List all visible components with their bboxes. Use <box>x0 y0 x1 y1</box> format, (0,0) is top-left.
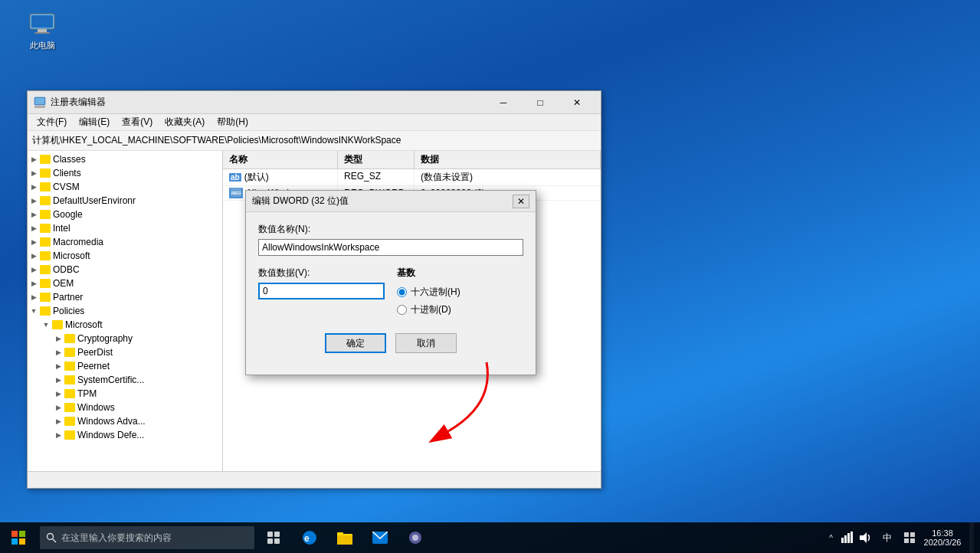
start-button[interactable] <box>0 522 37 553</box>
network-tray-icon[interactable] <box>839 530 854 545</box>
tree-panel[interactable]: ▶ Classes ▶ Clients ▶ CVSM <box>28 151 223 471</box>
tree-item-default-user[interactable]: ▶ DefaultUserEnvironr <box>28 194 222 208</box>
expand-cvsm[interactable]: ▶ <box>28 181 40 193</box>
expand-windows-defe[interactable]: ▶ <box>52 429 64 441</box>
regedit-window-icon <box>34 97 46 109</box>
tree-item-cvsm[interactable]: ▶ CVSM <box>28 180 222 194</box>
window-controls: ─ □ ✕ <box>486 95 595 110</box>
tree-item-tpm[interactable]: ▶ TPM <box>28 387 222 401</box>
tree-item-clients[interactable]: ▶ Clients <box>28 166 222 180</box>
expand-clients[interactable]: ▶ <box>28 167 40 179</box>
tree-item-windows-defe[interactable]: ▶ Windows Defe... <box>28 428 222 442</box>
expand-default-user[interactable]: ▶ <box>28 195 40 207</box>
svg-rect-29 <box>841 538 844 543</box>
tree-item-policies[interactable]: ▼ Policies <box>28 304 222 318</box>
svg-rect-7 <box>37 105 43 106</box>
sound-icon <box>859 532 871 544</box>
tree-label-classes: Classes <box>53 154 86 165</box>
ok-button[interactable]: 确定 <box>325 333 386 353</box>
folder-icon-microsoft-top <box>40 251 51 260</box>
language-tray-icon[interactable]: 中 <box>876 530 899 545</box>
close-button[interactable]: ✕ <box>559 95 595 110</box>
tree-item-google[interactable]: ▶ Google <box>28 208 222 221</box>
svg-rect-2 <box>38 29 47 32</box>
tree-label-cvsm: CVSM <box>53 182 80 192</box>
tree-label-microsoft-top: Microsoft <box>53 250 90 261</box>
folder-icon-intel <box>40 224 51 233</box>
expand-policies[interactable]: ▼ <box>28 305 40 317</box>
expand-microsoft-top[interactable]: ▶ <box>28 250 40 262</box>
clock-button[interactable]: 16:38 2020/3/26 <box>920 522 965 553</box>
minimize-button[interactable]: ─ <box>486 95 521 110</box>
expand-tpm[interactable]: ▶ <box>52 388 64 400</box>
expand-macromedia[interactable]: ▶ <box>28 236 40 248</box>
mail-button[interactable] <box>363 522 397 553</box>
expand-oem[interactable]: ▶ <box>28 277 40 290</box>
taskview-button[interactable] <box>257 522 291 553</box>
notification-tray-icon[interactable] <box>902 530 917 545</box>
tree-label-partner: Partner <box>53 292 83 303</box>
expand-policies-microsoft[interactable]: ▼ <box>40 319 52 331</box>
tree-item-intel[interactable]: ▶ Intel <box>28 221 222 235</box>
radio-hex-row: 十六进制(H) <box>397 286 523 299</box>
cancel-button[interactable]: 取消 <box>395 333 457 353</box>
menu-favorites[interactable]: 收藏夹(A) <box>159 114 211 130</box>
expand-cryptography[interactable]: ▶ <box>52 332 64 345</box>
expand-peernet[interactable]: ▶ <box>52 360 64 372</box>
tree-label-peernet: Peernet <box>77 361 110 371</box>
tree-item-windows-adva[interactable]: ▶ Windows Adva... <box>28 414 222 428</box>
tree-item-classes[interactable]: ▶ Classes <box>28 152 222 166</box>
tree-item-macromedia[interactable]: ▶ Macromedia <box>28 235 222 249</box>
addressbar: 计算机\HKEY_LOCAL_MACHINE\SOFTWARE\Policies… <box>28 131 601 151</box>
sound-tray-icon[interactable] <box>857 530 873 545</box>
radio-hex-label[interactable]: 十六进制(H) <box>411 286 461 299</box>
menu-edit[interactable]: 编辑(E) <box>73 114 116 130</box>
edge-button[interactable]: e <box>293 522 326 553</box>
expand-intel[interactable]: ▶ <box>28 222 40 234</box>
expand-windows[interactable]: ▶ <box>52 401 64 414</box>
tray-show-hidden-icon[interactable]: ^ <box>826 534 836 542</box>
dialog-close-button[interactable]: ✕ <box>513 195 529 208</box>
dialog-body: 数值名称(N): 数值数据(V): 基数 十六进制(H) <box>246 212 536 375</box>
show-desktop-button[interactable] <box>969 522 974 553</box>
maximize-button[interactable]: □ <box>523 95 558 110</box>
tree-item-peernet[interactable]: ▶ Peernet <box>28 359 222 373</box>
menu-help[interactable]: 帮助(H) <box>211 114 254 130</box>
svg-rect-37 <box>910 538 915 543</box>
value-input[interactable] <box>258 283 385 299</box>
tree-item-peerdist[interactable]: ▶ PeerDist <box>28 345 222 359</box>
cortana-button[interactable] <box>398 522 432 553</box>
menu-view[interactable]: 查看(V) <box>116 114 159 130</box>
expand-google[interactable]: ▶ <box>28 208 40 221</box>
radio-dec-label[interactable]: 十进制(D) <box>411 303 451 316</box>
expand-windows-adva[interactable]: ▶ <box>52 415 64 427</box>
expand-partner[interactable]: ▶ <box>28 291 40 303</box>
tree-item-oem[interactable]: ▶ OEM <box>28 276 222 290</box>
value-section: 数值数据(V): <box>258 267 385 321</box>
radio-dec[interactable] <box>397 305 407 315</box>
expand-peerdist[interactable]: ▶ <box>52 346 64 358</box>
expand-classes[interactable]: ▶ <box>28 153 40 165</box>
expand-systemcertific[interactable]: ▶ <box>52 374 64 386</box>
tree-item-windows[interactable]: ▶ Windows <box>28 401 222 414</box>
values-header: 名称 类型 数据 <box>223 151 601 169</box>
tree-item-partner[interactable]: ▶ Partner <box>28 290 222 304</box>
tree-item-microsoft-top[interactable]: ▶ Microsoft <box>28 249 222 263</box>
expand-odbc[interactable]: ▶ <box>28 263 40 276</box>
svg-rect-17 <box>267 532 273 537</box>
radio-hex[interactable] <box>397 287 407 297</box>
tree-item-systemcertific[interactable]: ▶ SystemCertific... <box>28 373 222 387</box>
menu-file[interactable]: 文件(F) <box>31 114 73 130</box>
tree-item-odbc[interactable]: ▶ ODBC <box>28 263 222 276</box>
taskbar-center-items: e <box>257 522 432 553</box>
svg-point-28 <box>412 535 418 541</box>
explorer-button[interactable] <box>328 522 362 553</box>
name-input[interactable] <box>258 239 523 256</box>
taskbar-search[interactable]: 在这里输入你要搜索的内容 <box>40 526 254 549</box>
value-type-default: REG_SZ <box>338 169 415 185</box>
tree-item-policies-microsoft[interactable]: ▼ Microsoft <box>28 318 222 332</box>
value-row-default[interactable]: ab (默认) REG_SZ (数值未设置) <box>223 169 601 186</box>
desktop-icon-mycomputer[interactable]: 此电脑 <box>15 12 69 51</box>
tree-item-cryptography[interactable]: ▶ Cryptography <box>28 332 222 345</box>
folder-icon-policies-microsoft <box>52 320 63 329</box>
